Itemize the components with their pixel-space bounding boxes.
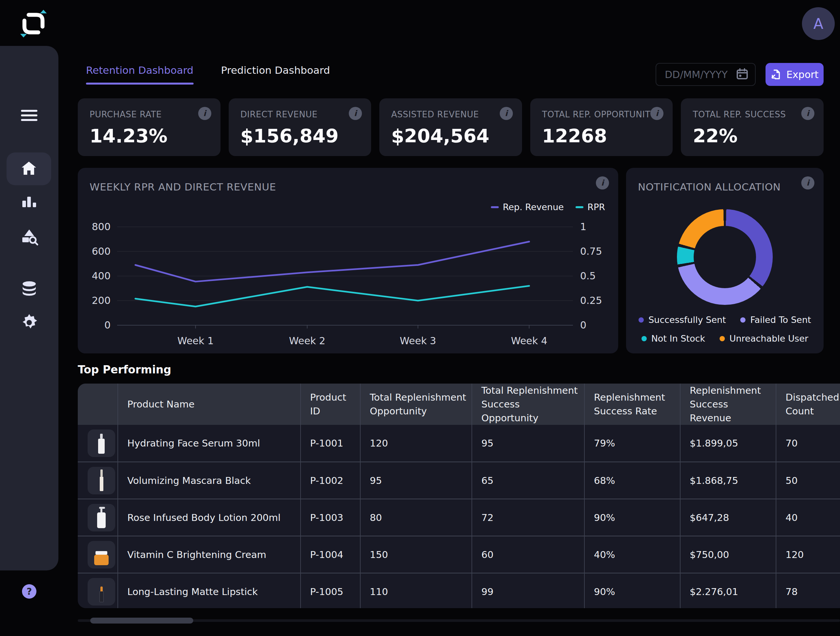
horizontal-scrollbar-track[interactable] [78,619,840,622]
col-product-id: Product ID [300,384,360,425]
dispatched-cell: 78 [776,573,840,608]
svg-text:1: 1 [580,221,586,233]
table-row: Vitamin C Brightening CreamP-10041506040… [78,536,840,573]
svg-text:0.25: 0.25 [580,295,602,306]
kpi-label: PURCHASE RATE [90,110,209,119]
legend-label: Failed To Sent [750,315,811,325]
gear-icon [20,313,38,332]
svg-text:Week 3: Week 3 [399,335,436,346]
product-thumbnail-cell [78,573,118,608]
col-replenishment-success-rate: Replenishment Success Rate [584,384,680,425]
svg-text:400: 400 [92,270,111,282]
product-id-cell: P-1005 [300,573,360,608]
svg-text:0: 0 [580,319,586,331]
col-total-replenishment-opportunity: Total Replenishment Opportunity [360,384,472,425]
success-rate-cell: 90% [584,499,680,536]
bar-chart-icon [21,194,38,211]
legend-swatch [491,206,499,208]
success-opportunity-cell: 65 [472,462,584,499]
product-name-cell: Hydrating Face Serum 30ml [118,425,300,462]
success-rate-cell: 79% [584,425,680,462]
info-icon[interactable]: i [349,107,362,120]
success-opportunity-cell: 72 [472,499,584,536]
date-input[interactable] [665,69,731,80]
svg-text:0.75: 0.75 [580,246,602,257]
product-name-cell: Vitamin C Brightening Cream [118,536,300,573]
sidebar-item-home[interactable] [6,153,51,185]
kpi-label: ASSISTED REVENUE [391,110,510,119]
date-filter[interactable] [655,63,756,86]
line-chart-legend: Rep. RevenueRPR [491,202,605,212]
total-opportunity-cell: 110 [360,573,472,608]
table-header-row: Product Name Product ID Total Replenishm… [78,384,840,425]
table-row: Hydrating Face Serum 30mlP-10011209579%$… [78,425,840,462]
legend-item-successfully-sent: Successfully Sent [638,315,726,325]
col-replenishment-success-revenue: Replenishment Success Revenue [680,384,776,425]
svg-text:0.5: 0.5 [580,270,596,282]
info-icon[interactable]: i [801,176,815,189]
legend-dot [641,336,647,341]
success-opportunity-cell: 99 [472,573,584,608]
kpi-value: $204,564 [391,125,489,147]
product-id-cell: P-1002 [300,462,360,499]
sidebar-item-analytics[interactable] [0,194,58,211]
legend-item-rpr: RPR [576,202,605,212]
info-icon[interactable]: i [651,107,663,120]
dispatched-cell: 50 [776,462,840,499]
svg-text:Week 4: Week 4 [511,335,547,346]
svg-text:800: 800 [92,221,111,233]
kpi-value: 22% [693,125,737,147]
legend-label: Unreachable User [729,334,808,343]
info-icon[interactable]: i [801,107,815,120]
brand-logo[interactable] [18,8,49,39]
success-revenue-cell: $1.899,05 [680,425,776,462]
kpi-assisted-revenue: ASSISTED REVENUE i $204,564 [379,98,522,156]
info-icon[interactable]: i [596,176,609,189]
tab-retention-dashboard[interactable]: Retention Dashboard [86,64,194,85]
col-dispatched-reminder-count: Dispatched Reminder Count [776,384,840,425]
product-thumbnail-cell [78,536,118,573]
donut-chart [677,209,773,305]
legend-label: RPR [587,202,605,212]
export-button[interactable]: Export [766,63,824,86]
svg-text:Week 2: Week 2 [289,335,325,346]
table-row: Rose Infused Body Lotion 200mlP-10038072… [78,499,840,536]
svg-text:0: 0 [104,319,111,331]
calendar-icon[interactable] [736,68,748,81]
lotion-bottle-photo [88,504,115,531]
tab-prediction-dashboard[interactable]: Prediction Dashboard [221,64,330,85]
info-icon[interactable]: i [198,107,211,120]
help-button[interactable]: ? [22,584,36,599]
kpi-direct-revenue: DIRECT REVENUE i $156,849 [229,98,371,156]
legend-swatch [576,206,583,208]
legend-label: Rep. Revenue [503,202,564,212]
svg-text:Week 1: Week 1 [177,335,214,346]
table-row: Long-Lasting Matte LipstickP-10051109990… [78,573,840,608]
legend-label: Successfully Sent [648,315,726,325]
success-rate-cell: 68% [584,462,680,499]
insights-search-icon [20,227,39,246]
info-icon[interactable]: i [500,107,513,120]
kpi-total-rep-opportunity: TOTAL REP. OPPORTUNITY i 12268 [530,98,673,156]
success-rate-cell: 40% [584,536,680,573]
success-revenue-cell: $750,00 [680,536,776,573]
sidebar-item-data[interactable] [0,280,58,298]
success-rate-cell: 90% [584,573,680,608]
mascara-photo [88,467,115,494]
kpi-label: DIRECT REVENUE [240,110,360,119]
sidebar-item-settings[interactable] [0,313,58,332]
product-id-cell: P-1001 [300,425,360,462]
kpi-purchase-rate: PURCHASE RATE i 14.23% [78,98,221,156]
sidebar-item-insights[interactable] [0,227,58,246]
horizontal-scrollbar-thumb[interactable] [90,618,193,623]
user-avatar[interactable]: A [802,7,835,40]
success-opportunity-cell: 95 [472,425,584,462]
top-performing-table: Product Name Product ID Total Replenishm… [78,384,840,608]
chart-title: WEEKLY RPR AND DIRECT REVENUE [90,181,276,193]
serum-bottle-photo [88,430,115,457]
legend-item-failed-to-sent: Failed To Sent [740,315,811,325]
product-illustration [97,512,106,528]
menu-icon[interactable] [0,108,58,123]
database-icon [21,280,38,298]
total-opportunity-cell: 80 [360,499,472,536]
